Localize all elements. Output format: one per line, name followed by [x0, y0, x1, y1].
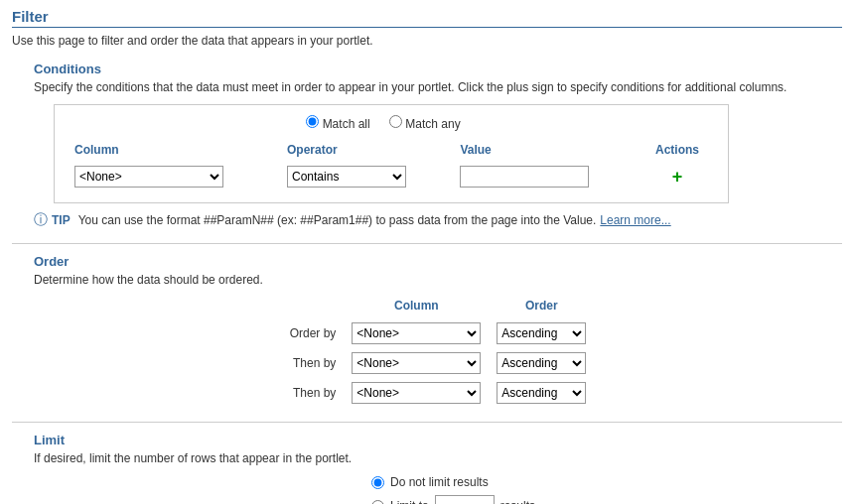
- actions-header: Actions: [640, 141, 714, 163]
- match-all-label: Match all: [323, 117, 370, 131]
- order-dir-select-2[interactable]: Ascending Descending: [497, 352, 586, 374]
- order-dir-select-3[interactable]: Ascending Descending: [497, 382, 586, 404]
- add-condition-icon[interactable]: +: [672, 167, 683, 187]
- order-empty-header: [282, 297, 345, 318]
- order-row-2: Then by <None> Ascending Descending: [282, 348, 595, 378]
- condition-row: <None> Contains Equals Starts with Ends …: [69, 163, 714, 190]
- order-col-select-1[interactable]: <None>: [352, 322, 481, 344]
- limit-section-description: If desired, limit the number of rows tha…: [34, 451, 842, 465]
- no-limit-radio[interactable]: [371, 476, 384, 489]
- order-table: Column Order Order by <None> Ascending D…: [282, 297, 595, 408]
- limit-value-input[interactable]: [435, 495, 495, 504]
- then-by-label-2: Then by: [282, 378, 345, 408]
- condition-column-select[interactable]: <None>: [74, 166, 223, 188]
- order-row-3: Then by <None> Ascending Descending: [282, 378, 595, 408]
- order-section-title: Order: [34, 254, 842, 269]
- tip-label: TIP: [52, 213, 71, 227]
- match-any-radio-label[interactable]: Match any: [389, 117, 461, 131]
- limit-section-title: Limit: [34, 433, 842, 447]
- condition-operator-select[interactable]: Contains Equals Starts with Ends with No…: [287, 166, 406, 188]
- match-any-label: Match any: [405, 117, 460, 131]
- condition-value-input[interactable]: [460, 166, 589, 188]
- col-header: Column: [69, 141, 281, 163]
- page-title: Filter: [12, 8, 842, 28]
- order-col-select-2[interactable]: <None>: [352, 352, 481, 374]
- limit-to-radio[interactable]: [371, 500, 384, 505]
- no-limit-label: Do not limit results: [390, 475, 489, 489]
- match-all-radio[interactable]: [306, 115, 319, 128]
- order-section-description: Determine how the data should be ordered…: [34, 273, 842, 287]
- match-any-radio[interactable]: [389, 115, 402, 128]
- conditions-table: Column Operator Value Actions <None> C: [69, 141, 714, 190]
- conditions-box: Match all Match any Column Operator Valu…: [54, 104, 729, 203]
- page-description: Use this page to filter and order the da…: [12, 34, 842, 48]
- order-row-1: Order by <None> Ascending Descending: [282, 318, 595, 348]
- order-dir-select-1[interactable]: Ascending Descending: [497, 322, 586, 344]
- conditions-section-title: Conditions: [34, 62, 842, 76]
- tip-text: You can use the format ##ParamN## (ex: #…: [78, 213, 597, 227]
- order-col-header: Column: [344, 297, 489, 318]
- conditions-section-description: Specify the conditions that the data mus…: [34, 80, 842, 94]
- limit-to-label: Limit to: [390, 499, 429, 504]
- order-by-label: Order by: [282, 318, 345, 348]
- order-dir-header: Order: [489, 297, 594, 318]
- results-label: results: [500, 499, 535, 504]
- match-all-radio-label[interactable]: Match all: [306, 117, 373, 131]
- value-header: Value: [454, 141, 640, 163]
- then-by-label-1: Then by: [282, 348, 345, 378]
- operator-header: Operator: [281, 141, 454, 163]
- order-col-select-3[interactable]: <None>: [352, 382, 481, 404]
- tip-icon: ⓘ: [34, 211, 48, 229]
- tip-link[interactable]: Learn more...: [600, 213, 670, 227]
